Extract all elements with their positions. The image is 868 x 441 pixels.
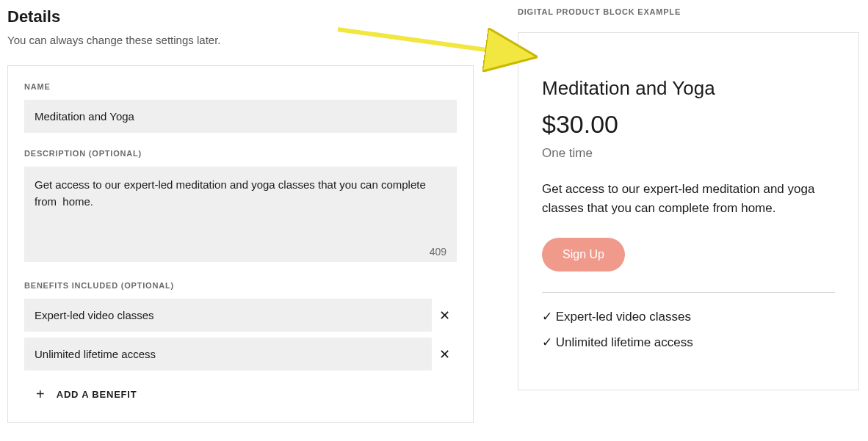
signup-button[interactable]: Sign Up xyxy=(542,238,625,271)
add-benefit-label: ADD A BENEFIT xyxy=(57,389,137,400)
preview-box: Meditation and Yoga $30.00 One time Get … xyxy=(518,32,859,390)
preview-panel: DIGITAL PRODUCT BLOCK EXAMPLE Meditation… xyxy=(518,7,859,423)
benefit-input-0[interactable] xyxy=(24,299,432,332)
remove-benefit-icon[interactable]: ✕ xyxy=(432,302,457,329)
details-form: Details You can always change these sett… xyxy=(7,7,474,423)
remove-benefit-icon[interactable]: ✕ xyxy=(432,340,457,368)
preview-benefit-0: ✓ Expert-led video classes xyxy=(542,309,835,324)
benefit-input-1[interactable] xyxy=(24,338,432,371)
add-benefit-button[interactable]: + ADD A BENEFIT xyxy=(24,376,457,406)
form-box: NAME DESCRIPTION (OPTIONAL) 409 BENEFITS… xyxy=(7,65,474,423)
preview-title: Meditation and Yoga xyxy=(542,77,835,100)
plus-icon: + xyxy=(36,387,45,401)
preview-divider xyxy=(542,292,835,293)
page-subtitle: You can always change these settings lat… xyxy=(7,34,474,46)
char-count: 409 xyxy=(430,246,446,258)
preview-price: $30.00 xyxy=(542,110,835,139)
description-textarea[interactable] xyxy=(24,167,457,262)
preview-frequency: One time xyxy=(542,146,835,161)
preview-header: DIGITAL PRODUCT BLOCK EXAMPLE xyxy=(518,7,859,16)
description-label: DESCRIPTION (OPTIONAL) xyxy=(24,149,457,158)
name-label: NAME xyxy=(24,82,457,91)
benefits-label: BENEFITS INCLUDED (OPTIONAL) xyxy=(24,281,457,290)
page-title: Details xyxy=(7,7,474,26)
name-input[interactable] xyxy=(24,100,457,133)
preview-description: Get access to our expert-led meditation … xyxy=(542,180,835,219)
benefit-row: ✕ xyxy=(24,299,457,332)
preview-benefit-1: ✓ Unlimited lifetime access xyxy=(542,335,835,350)
benefit-row: ✕ xyxy=(24,338,457,371)
